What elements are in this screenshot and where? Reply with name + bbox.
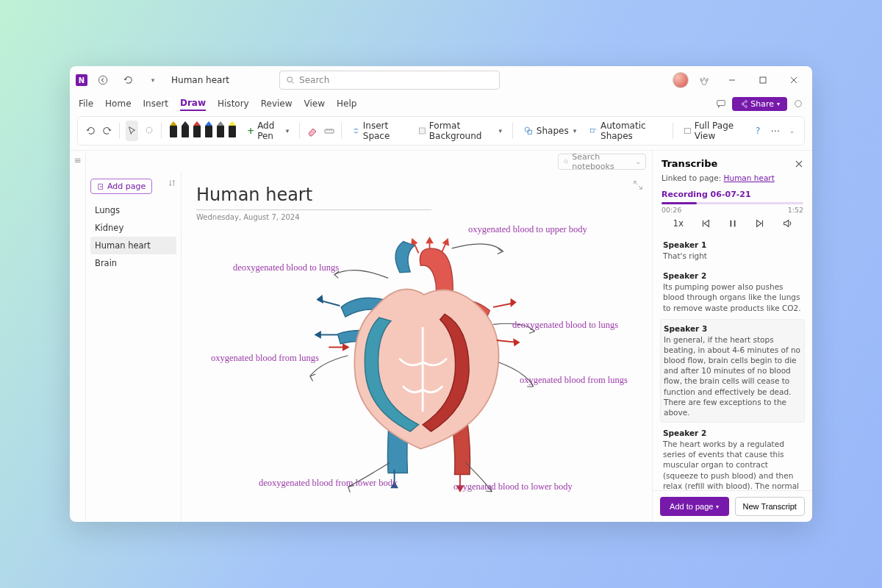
pen-tool[interactable] [180, 121, 190, 140]
svg-rect-7 [420, 128, 426, 134]
page-list-item[interactable]: Human heart [90, 237, 176, 254]
search-box[interactable]: Search [279, 71, 500, 90]
page-title: Human heart [196, 184, 637, 205]
back-arrow-icon [98, 75, 108, 85]
svg-rect-11 [684, 129, 690, 134]
pen-tool[interactable] [215, 121, 226, 140]
heart-diagram: oxygenated blood to upper body deoxygena… [204, 224, 645, 514]
search-icon [563, 158, 569, 165]
maximize-button[interactable] [750, 69, 775, 91]
svg-rect-9 [528, 130, 531, 134]
sort-icon [168, 179, 176, 187]
nav-toggle[interactable]: ≡ [70, 151, 86, 522]
svg-point-8 [525, 127, 529, 132]
pen-tool[interactable] [227, 121, 237, 140]
undo-button[interactable] [118, 71, 137, 90]
transcript-segment[interactable]: Speaker 2The heart works by a regulated … [660, 424, 805, 490]
ribbon-collapse[interactable]: ⌄ [786, 121, 798, 141]
transcribe-title: Transcribe [662, 158, 795, 169]
onenote-icon: N [76, 74, 87, 86]
speaker-label: Speaker 3 [664, 324, 801, 333]
ruler-tool[interactable] [323, 121, 335, 141]
pause-button[interactable] [728, 218, 738, 229]
tab-file[interactable]: File [79, 97, 93, 110]
automatic-shapes-button[interactable]: Automatic Shapes [585, 118, 667, 143]
add-pen-button[interactable]: +Add Pen▾ [243, 118, 293, 143]
svg-point-12 [564, 159, 567, 162]
prev-track-button[interactable] [700, 218, 711, 229]
tab-draw[interactable]: Draw [180, 96, 206, 111]
pen-tool[interactable] [192, 121, 202, 140]
speaker-label: Speaker 1 [663, 240, 802, 249]
svg-rect-10 [591, 129, 595, 132]
add-page-icon [97, 183, 104, 190]
svg-point-5 [146, 127, 152, 133]
help-button[interactable]: ? [752, 121, 764, 141]
copilot-button[interactable] [793, 98, 803, 109]
notebook-search[interactable]: Search notebooks ⌄ [558, 154, 646, 170]
minimize-button[interactable] [720, 69, 745, 91]
time-total: 1:52 [788, 206, 803, 214]
tab-insert[interactable]: Insert [143, 97, 168, 110]
tab-history[interactable]: History [218, 97, 249, 110]
annotation: deoxygenated blood from lower body [259, 478, 397, 489]
annotation: oxygenated blood from lungs [520, 375, 628, 386]
page-list-item[interactable]: Kidney [90, 219, 176, 237]
add-page-button[interactable]: Add page [90, 179, 152, 194]
segment-text: The heart works by a regulated series of… [663, 439, 802, 490]
page-list-item[interactable]: Lungs [90, 201, 176, 219]
user-avatar[interactable] [673, 72, 689, 88]
playback-progress[interactable] [662, 202, 803, 204]
tab-view[interactable]: View [304, 97, 325, 110]
insert-space-button[interactable]: Insert Space [348, 118, 409, 143]
lasso-tool[interactable] [143, 121, 155, 141]
linked-page-link[interactable]: Human heart [724, 173, 775, 182]
ribbon-overflow[interactable]: ⋯ [769, 121, 781, 141]
format-background-button[interactable]: Format Background▾ [414, 118, 506, 143]
annotation: oxygenated blood to upper body [468, 224, 587, 235]
page-list-item[interactable]: Brain [90, 254, 176, 272]
svg-rect-2 [760, 77, 766, 83]
select-tool[interactable] [126, 121, 138, 141]
transcript-segment[interactable]: Speaker 3In general, if the heart stops … [660, 319, 805, 423]
premium-icon[interactable] [695, 71, 714, 90]
ribbon-undo[interactable] [84, 121, 96, 141]
document-title: Human heart [171, 75, 229, 85]
transcript-list: Speaker 1That's rightSpeaker 2Its pumpin… [653, 236, 812, 490]
annotation: deoxygenated blood to lungs [512, 320, 618, 331]
close-button[interactable] [781, 69, 806, 91]
sort-pages-button[interactable] [168, 179, 176, 187]
eraser-tool[interactable] [306, 121, 318, 141]
full-page-view-button[interactable]: Full Page View [679, 118, 747, 143]
expand-canvas-button[interactable] [633, 180, 643, 190]
transcript-segment[interactable]: Speaker 1That's right [660, 236, 805, 265]
volume-button[interactable] [782, 218, 792, 229]
shapes-button[interactable]: Shapes▾ [519, 123, 581, 138]
pen-tool[interactable] [168, 121, 179, 140]
tab-help[interactable]: Help [337, 97, 356, 110]
page-canvas[interactable]: Human heart Wednesday, August 7, 2024 [182, 173, 652, 522]
content-area: ≡ Search notebooks ⌄ Add page [70, 150, 812, 522]
titlebar-chevron[interactable]: ▾ [143, 71, 162, 90]
time-current: 00:26 [662, 206, 681, 214]
tab-home[interactable]: Home [105, 97, 131, 110]
segment-text: That's right [663, 251, 802, 261]
speaker-label: Speaker 2 [663, 271, 802, 280]
playback-speed[interactable]: 1x [673, 218, 684, 229]
menubar: File Home Insert Draw History Review Vie… [70, 94, 812, 113]
speaker-label: Speaker 2 [663, 429, 802, 437]
share-button[interactable]: Share ▾ [732, 97, 787, 111]
add-to-page-button[interactable]: Add to page▾ [660, 497, 729, 516]
search-icon [286, 76, 295, 85]
new-transcript-button[interactable]: New Transcript [735, 497, 806, 516]
next-track-button[interactable] [755, 218, 765, 229]
page-list: Add page LungsKidneyHuman heartBrain [86, 173, 182, 522]
tab-review[interactable]: Review [261, 97, 293, 110]
annotation: deoxygenated blood to lungs [233, 262, 339, 273]
ribbon-redo[interactable] [101, 121, 113, 141]
transcript-segment[interactable]: Speaker 2Its pumping power also pushes b… [660, 267, 805, 318]
comments-button[interactable] [716, 98, 726, 109]
close-transcribe-button[interactable] [795, 159, 803, 168]
pen-tool[interactable] [204, 121, 214, 140]
back-button[interactable] [93, 71, 112, 90]
